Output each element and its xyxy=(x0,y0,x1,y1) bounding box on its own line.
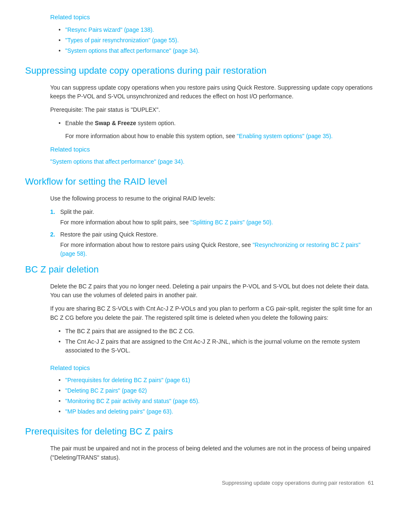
bullet-bold: Swap & Freeze xyxy=(95,120,136,126)
workflow-section: Workflow for setting the RAID level Use … xyxy=(25,175,374,258)
step-text-1: Split the pair. xyxy=(60,208,94,215)
workflow-steps: 1. Split the pair. For more information … xyxy=(50,208,374,258)
deleting-bc-z-link[interactable]: "Deleting BC Z pairs" (page 62) xyxy=(65,387,147,394)
workflow-intro: Use the following process to resume to t… xyxy=(50,194,374,203)
bc-z-bullet-2: The Cnt Ac-J Z pairs that are assigned t… xyxy=(59,337,374,355)
suppressing-para-2: Prerequisite: The pair status is "DUPLEX… xyxy=(50,105,374,115)
sub-text-label: For more information about how to enable… xyxy=(65,133,237,139)
list-item[interactable]: "Deleting BC Z pairs" (page 62) xyxy=(59,386,374,395)
link-types-resync[interactable]: "Types of pair resynchronization" (page … xyxy=(65,37,179,44)
footer-page-num: 61 xyxy=(368,479,374,487)
suppressing-heading: Suppressing update copy operations durin… xyxy=(25,64,374,77)
suppressing-sub-text: For more information about how to enable… xyxy=(65,132,374,141)
link-resync-pairs[interactable]: "Resync Pairs wizard" (page 138). xyxy=(65,26,154,33)
list-item[interactable]: "Resync Pairs wizard" (page 138). xyxy=(59,26,374,34)
step-num-1: 1. xyxy=(50,208,55,216)
list-item[interactable]: "Monitoring BC Z pair activity and statu… xyxy=(59,397,374,406)
suppressing-section: Suppressing update copy operations durin… xyxy=(25,64,374,167)
suppressing-bullet-list: Enable the Swap & Freeze system option. xyxy=(59,119,374,128)
related-topics-list-1: "Resync Pairs wizard" (page 138). "Types… xyxy=(59,26,374,55)
list-item[interactable]: "Prerequisites for deleting BC Z pairs" … xyxy=(59,376,374,385)
prereq-deleting-link[interactable]: "Prerequisites for deleting BC Z pairs" … xyxy=(65,377,190,383)
bc-z-bullet-list: The BC Z pairs that are assigned to the … xyxy=(59,327,374,355)
prerequisites-section: Prerequisites for deleting BC Z pairs Th… xyxy=(25,424,374,462)
list-item[interactable]: "System options that affect performance"… xyxy=(59,46,374,55)
list-item[interactable]: "Types of pair resynchronization" (page … xyxy=(59,36,374,45)
enabling-system-options-link[interactable]: "Enabling system options" (page 35). xyxy=(237,133,332,139)
workflow-heading: Workflow for setting the RAID level xyxy=(25,175,374,188)
bc-z-deletion-heading: BC Z pair deletion xyxy=(25,262,374,276)
related-topics-heading-2: Related topics xyxy=(50,145,374,154)
step-1-sub-label: For more information about how to split … xyxy=(60,219,190,226)
prerequisites-para: The pair must be unpaired and not in the… xyxy=(50,444,374,462)
bc-z-deletion-section: BC Z pair deletion Delete the BC Z pairs… xyxy=(25,262,374,416)
prerequisites-heading: Prerequisites for deleting BC Z pairs xyxy=(25,424,374,438)
footer-text: Suppressing update copy operations durin… xyxy=(222,479,364,487)
system-options-perf-link[interactable]: "System options that affect performance"… xyxy=(50,158,184,165)
mp-blades-link[interactable]: "MP blades and deleting pairs" (page 63)… xyxy=(65,408,173,415)
bc-z-para-1: Delete the BC Z pairs that you no longer… xyxy=(50,282,374,300)
bc-z-bullet-1: The BC Z pairs that are assigned to the … xyxy=(59,327,374,336)
related-topics-heading-3: Related topics xyxy=(50,363,374,373)
step-1-sub: For more information about how to split … xyxy=(60,218,374,227)
suppressing-bullet-item: Enable the Swap & Freeze system option. xyxy=(59,119,374,128)
splitting-bc-link[interactable]: "Splitting BC Z pairs" (page 50). xyxy=(190,219,273,226)
step-2-sub: For more information about how to restor… xyxy=(60,241,374,258)
step-num-2: 2. xyxy=(50,230,55,239)
related-topics-heading-1: Related topics xyxy=(50,13,374,22)
bc-z-para-2: If you are sharing BC Z S-VOLs with Cnt … xyxy=(50,304,374,322)
suppressing-para-1: You can suppress update copy operations … xyxy=(50,83,374,101)
page-footer: Suppressing update copy operations durin… xyxy=(25,479,374,487)
list-item[interactable]: "MP blades and deleting pairs" (page 63)… xyxy=(59,407,374,416)
link-system-options-perf[interactable]: "System options that affect performance"… xyxy=(65,47,200,54)
monitoring-bc-z-link[interactable]: "Monitoring BC Z pair activity and statu… xyxy=(65,398,200,404)
step-text-2: Restore the pair using Quick Restore. xyxy=(60,231,158,238)
bullet-suffix: system option. xyxy=(136,120,176,126)
bc-z-related-list: "Prerequisites for deleting BC Z pairs" … xyxy=(59,376,374,416)
bullet-prefix: Enable the xyxy=(65,120,95,126)
workflow-step-2: 2. Restore the pair using Quick Restore.… xyxy=(50,230,374,258)
related-topics-top-section: Related topics "Resync Pairs wizard" (pa… xyxy=(25,13,374,55)
step-2-sub-label: For more information about how to restor… xyxy=(60,242,253,248)
workflow-step-1: 1. Split the pair. For more information … xyxy=(50,208,374,227)
